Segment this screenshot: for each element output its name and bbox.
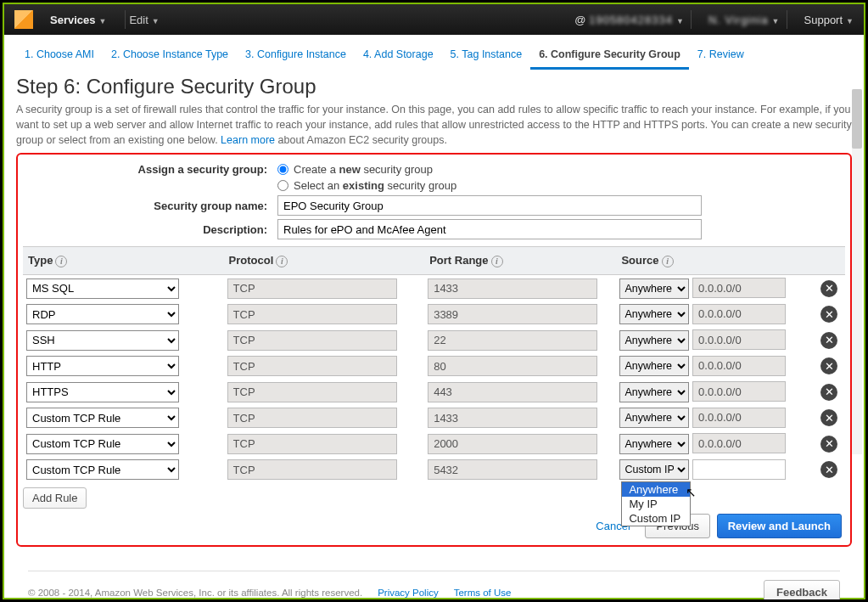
nav-divider [787, 10, 787, 29]
rule-port-field [428, 278, 597, 299]
aws-logo-icon[interactable] [14, 10, 33, 29]
remove-rule-button[interactable]: ✕ [820, 357, 837, 374]
rule-type-select[interactable]: SSH [26, 330, 179, 351]
rule-port-field [428, 330, 597, 351]
rule-source-select[interactable]: Anywhere [619, 304, 689, 324]
step-configure-security-group[interactable]: 6. Configure Security Group [530, 43, 689, 70]
support-menu[interactable]: Support▼ [804, 14, 854, 26]
step-review[interactable]: 7. Review [689, 43, 753, 70]
rule-source-select[interactable]: Anywhere [619, 278, 689, 299]
rule-protocol-field [227, 330, 397, 351]
account-menu[interactable]: @ 190580428334▼ [574, 14, 684, 26]
rule-type-select[interactable]: RDP [26, 304, 179, 324]
remove-rule-button[interactable]: ✕ [820, 436, 837, 453]
feedback-button[interactable]: Feedback [764, 580, 840, 602]
sg-description-input[interactable] [277, 219, 702, 239]
step-tag-instance[interactable]: 5. Tag Instance [442, 43, 531, 70]
rule-type-select[interactable]: HTTP [26, 356, 179, 376]
annotation-box: Assign a security group: Create a new se… [16, 153, 852, 547]
rule-port-field [428, 304, 597, 324]
review-and-launch-button[interactable]: Review and Launch [717, 514, 842, 538]
rule-port-field [428, 408, 597, 428]
dropdown-option-anywhere[interactable]: Anywhere [622, 482, 690, 497]
top-nav: Services▼ Edit▼ @ 190580428334▼ N. Virgi… [4, 4, 864, 35]
rule-protocol-field [227, 278, 397, 299]
page-title: Step 6: Configure Security Group [16, 75, 852, 98]
rule-protocol-field [227, 382, 397, 402]
rule-port-field [428, 382, 597, 402]
rules-table: Typei Protocoli Port Rangei Sourcei MS S… [23, 246, 845, 482]
step-configure-instance[interactable]: 3. Configure Instance [237, 43, 355, 70]
rule-cidr-input [692, 278, 786, 298]
region-menu[interactable]: N. Virginia▼ [708, 14, 780, 26]
rule-type-select[interactable]: Custom TCP Rule [26, 459, 179, 480]
col-source: Sourcei [616, 247, 845, 275]
create-new-sg-label: Create a new security group [294, 163, 433, 176]
rule-type-select[interactable]: MS SQL [26, 278, 179, 299]
add-rule-button[interactable]: Add Rule [23, 487, 87, 509]
remove-rule-button[interactable]: ✕ [820, 332, 837, 349]
remove-rule-button[interactable]: ✕ [820, 461, 837, 478]
rule-source-select[interactable]: Anywhere [619, 408, 689, 428]
rule-type-select[interactable]: Custom TCP Rule [26, 434, 179, 454]
rule-cidr-input [692, 304, 786, 324]
rule-row: SSH Anywhere ✕ [23, 327, 845, 353]
rule-row: HTTP Anywhere ✕ [23, 353, 845, 380]
rule-cidr-input [692, 381, 786, 402]
services-menu[interactable]: Services▼ [50, 14, 106, 26]
rule-source-select[interactable]: Anywhere [619, 330, 689, 351]
rule-protocol-field [227, 356, 397, 376]
rule-cidr-input [692, 356, 786, 376]
rule-row: Custom TCP Rule Custom IP ✕ [23, 457, 845, 483]
rule-source-select[interactable]: Anywhere [619, 382, 689, 402]
wizard-steps: 1. Choose AMI 2. Choose Instance Type 3.… [4, 35, 864, 70]
learn-more-link[interactable]: Learn more [221, 134, 275, 146]
rule-row: MS SQL Anywhere ✕ [23, 275, 845, 301]
rule-row: Custom TCP Rule Anywhere ✕ [23, 405, 845, 431]
source-dropdown-open[interactable]: Anywhere My IP Custom IP [621, 481, 691, 526]
rule-cidr-input [692, 329, 786, 350]
col-type: Typei [23, 247, 224, 275]
nav-divider [691, 10, 692, 29]
sg-name-label: Security group name: [23, 200, 277, 212]
page-description: A security group is a set of firewall ru… [16, 102, 852, 148]
remove-rule-button[interactable]: ✕ [820, 384, 837, 401]
terms-of-use-link[interactable]: Terms of Use [454, 588, 512, 598]
rule-source-select[interactable]: Anywhere [619, 434, 689, 454]
rule-cidr-input[interactable] [692, 459, 786, 480]
rule-protocol-field [227, 304, 397, 324]
rule-type-select[interactable]: Custom TCP Rule [26, 408, 179, 428]
info-icon[interactable]: i [276, 256, 288, 267]
remove-rule-button[interactable]: ✕ [820, 306, 837, 323]
info-icon[interactable]: i [55, 256, 67, 267]
select-existing-sg-radio[interactable] [277, 180, 288, 191]
rule-port-field [428, 459, 597, 480]
dropdown-option-my-ip[interactable]: My IP [622, 497, 690, 511]
remove-rule-button[interactable]: ✕ [820, 409, 837, 426]
sg-description-label: Description: [23, 223, 277, 236]
remove-rule-button[interactable]: ✕ [820, 280, 837, 297]
rule-source-select[interactable]: Custom IP [619, 459, 689, 480]
dropdown-option-custom-ip[interactable]: Custom IP [622, 511, 690, 526]
info-icon[interactable]: i [491, 256, 503, 267]
assign-sg-label: Assign a security group: [23, 163, 277, 176]
rule-protocol-field [227, 408, 397, 428]
step-choose-ami[interactable]: 1. Choose AMI [16, 43, 103, 70]
rule-protocol-field [227, 459, 397, 480]
step-add-storage[interactable]: 4. Add Storage [355, 43, 442, 70]
rule-source-select[interactable]: Anywhere [619, 356, 689, 376]
select-existing-sg-label: Select an existing security group [294, 179, 456, 192]
nav-divider [125, 10, 126, 29]
info-icon[interactable]: i [662, 256, 674, 267]
rule-row: Custom TCP Rule Anywhere ✕ [23, 430, 845, 457]
privacy-policy-link[interactable]: Privacy Policy [378, 588, 439, 598]
edit-menu[interactable]: Edit▼ [129, 14, 159, 26]
col-protocol: Protocoli [224, 247, 425, 275]
rule-port-field [428, 434, 597, 454]
step-choose-instance-type[interactable]: 2. Choose Instance Type [103, 43, 237, 70]
create-new-sg-radio[interactable] [277, 164, 288, 175]
rule-cidr-input [692, 408, 786, 428]
rule-type-select[interactable]: HTTPS [26, 382, 179, 402]
sg-name-input[interactable] [277, 195, 702, 216]
footer: © 2008 - 2014, Amazon Web Services, Inc.… [28, 571, 840, 602]
